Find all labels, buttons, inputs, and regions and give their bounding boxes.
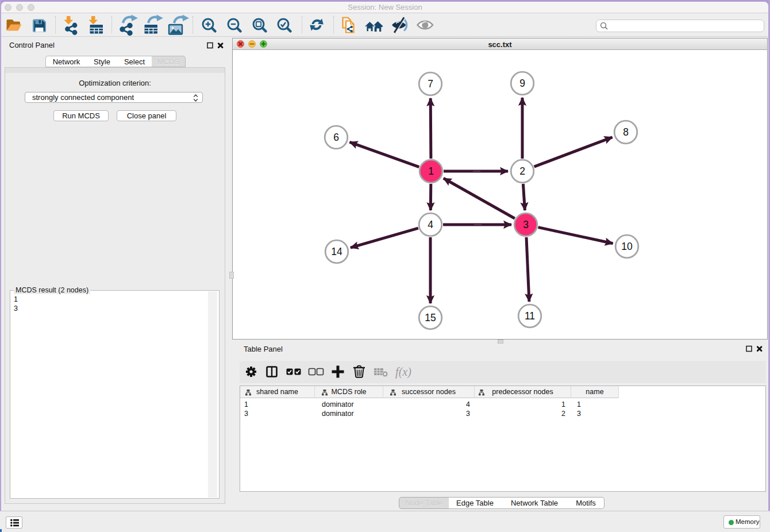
svg-text:11: 11 bbox=[525, 310, 535, 322]
svg-text:2: 2 bbox=[519, 165, 525, 177]
svg-text:4: 4 bbox=[428, 219, 433, 230]
svg-text:14: 14 bbox=[331, 246, 342, 257]
svg-text:3: 3 bbox=[523, 219, 529, 230]
svg-text:10: 10 bbox=[621, 241, 633, 252]
svg-text:15: 15 bbox=[425, 312, 436, 323]
svg-text:1: 1 bbox=[428, 165, 434, 177]
svg-text:f(x): f(x) bbox=[395, 365, 411, 379]
svg-text:6: 6 bbox=[333, 132, 339, 143]
svg-text:9: 9 bbox=[519, 78, 525, 89]
svg-text:7: 7 bbox=[428, 78, 433, 90]
svg-text:8: 8 bbox=[623, 126, 629, 138]
